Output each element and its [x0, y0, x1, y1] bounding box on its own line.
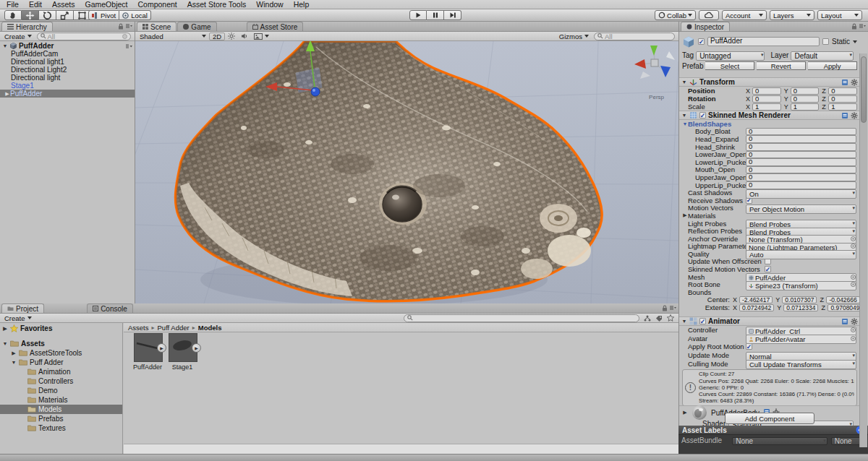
- rotation-y-field[interactable]: 0: [791, 95, 820, 103]
- active-checkbox[interactable]: [698, 38, 705, 45]
- asset-thumbnail-stage1[interactable]: ▶: [169, 333, 197, 362]
- tree-item-assets[interactable]: Assets: [0, 339, 122, 348]
- scene-lighting-toggle[interactable]: [225, 33, 238, 40]
- y-axis-cone[interactable]: [650, 46, 658, 56]
- prefab-apply-button[interactable]: Apply: [808, 61, 857, 70]
- position-z-field[interactable]: 0: [828, 87, 857, 95]
- favorite-search-icon[interactable]: [665, 314, 677, 322]
- search-by-label-icon[interactable]: [653, 315, 665, 322]
- scrollbar-thumb[interactable]: [861, 56, 867, 123]
- blendshape-value-field[interactable]: 0: [746, 128, 856, 136]
- scene-audio-toggle[interactable]: [238, 33, 251, 40]
- gear-icon[interactable]: [851, 112, 858, 119]
- breadcrumb-puff-adder[interactable]: Puff Adder: [158, 324, 190, 332]
- hierarchy-item-scene-root[interactable]: PuffAdder: [0, 42, 135, 50]
- foldout-closed-icon[interactable]: [4, 91, 10, 97]
- foldout-open-icon[interactable]: [681, 113, 687, 118]
- menu-edit[interactable]: Edit: [24, 0, 47, 9]
- tree-item-demo[interactable]: Demo: [0, 386, 122, 395]
- inspector-scrollbar[interactable]: [859, 53, 867, 447]
- panel-menu-icon[interactable]: [670, 306, 676, 311]
- cloud-button[interactable]: [699, 10, 719, 20]
- prefab-select-button[interactable]: Select: [705, 61, 754, 70]
- center-x-field[interactable]: -2.462417: [739, 296, 773, 304]
- pivot-toggle-button[interactable]: Pivot: [88, 10, 119, 20]
- 2d-toggle-button[interactable]: 2D: [209, 33, 225, 40]
- foldout-open-icon[interactable]: [2, 43, 8, 48]
- tree-item-assetstoretools[interactable]: AssetStoreTools: [0, 348, 122, 358]
- tab-scene[interactable]: Scene: [137, 22, 176, 31]
- panel-menu-icon[interactable]: [859, 24, 866, 30]
- z-axis-cone[interactable]: [660, 66, 671, 77]
- scene-menu-icon[interactable]: [126, 43, 132, 49]
- object-picker-icon[interactable]: [851, 236, 856, 241]
- expand-asset-icon[interactable]: ▶: [192, 343, 201, 353]
- layout-dropdown[interactable]: Layout: [817, 10, 862, 20]
- breadcrumb-assets[interactable]: Assets: [128, 324, 149, 332]
- hierarchy-search-input[interactable]: All: [37, 33, 131, 40]
- extents-x-field[interactable]: 0.0724942: [739, 304, 774, 312]
- rotation-x-field[interactable]: 0: [752, 95, 781, 103]
- assetbundle-dropdown[interactable]: None: [732, 437, 827, 445]
- rotation-z-field[interactable]: 0: [828, 95, 857, 103]
- hierarchy-item-puffadder-selected[interactable]: PuffAdder: [0, 90, 135, 98]
- object-picker-icon[interactable]: [851, 275, 856, 280]
- layers-dropdown[interactable]: Layers: [770, 10, 814, 20]
- help-icon[interactable]: [841, 318, 848, 325]
- hierarchy-item-directional-light2[interactable]: Directional Light2: [0, 66, 135, 74]
- menu-window[interactable]: Window: [251, 0, 288, 9]
- apply-root-motion-checkbox[interactable]: [746, 343, 752, 350]
- collab-button[interactable]: Collab: [655, 10, 696, 20]
- tab-asset-store[interactable]: Asset Store: [247, 22, 304, 31]
- tree-item-materials[interactable]: Materials: [0, 395, 122, 405]
- skinned-motion-vectors-checkbox[interactable]: [765, 266, 771, 272]
- tab-inspector[interactable]: Inspector: [681, 22, 730, 31]
- culling-mode-dropdown[interactable]: Cull Update Transforms: [746, 360, 856, 369]
- menu-gameobject[interactable]: GameObject: [80, 0, 133, 9]
- expand-asset-icon[interactable]: ▶: [157, 343, 166, 353]
- menu-component[interactable]: Component: [132, 0, 182, 9]
- static-checkbox[interactable]: [822, 38, 829, 45]
- lock-icon[interactable]: [662, 305, 668, 311]
- gizmos-dropdown[interactable]: Gizmos: [556, 33, 592, 40]
- blendshape-value-field[interactable]: 0: [746, 173, 856, 181]
- tab-hierarchy[interactable]: Hierarchy: [1, 22, 53, 31]
- tree-item-models-selected[interactable]: Models: [0, 405, 122, 414]
- position-y-field[interactable]: 0: [791, 87, 820, 95]
- tab-console[interactable]: Console: [87, 303, 133, 313]
- scale-x-field[interactable]: 1: [752, 103, 781, 111]
- scale-tool-button[interactable]: [56, 10, 74, 20]
- menu-file[interactable]: File: [1, 0, 24, 9]
- asset-thumbnail-puffadder[interactable]: ▶: [134, 333, 163, 362]
- pause-button[interactable]: [427, 10, 444, 20]
- quality-dropdown[interactable]: Auto: [746, 250, 856, 259]
- z-axis-handle[interactable]: [311, 87, 320, 96]
- move-tool-button[interactable]: [22, 10, 39, 20]
- hierarchy-item-stage1[interactable]: Stage1: [0, 82, 135, 90]
- component-enabled-checkbox[interactable]: [699, 318, 706, 324]
- layer-dropdown[interactable]: Default: [791, 51, 854, 61]
- help-icon[interactable]: [841, 79, 848, 86]
- rotate-tool-button[interactable]: [39, 10, 56, 20]
- scale-y-field[interactable]: 1: [791, 103, 820, 111]
- blendshape-value-field[interactable]: 0: [746, 135, 856, 143]
- blendshapes-foldout[interactable]: BlendShapes: [679, 120, 860, 128]
- hierarchy-create-button[interactable]: Create: [1, 33, 35, 40]
- add-component-button[interactable]: Add Component: [725, 413, 814, 424]
- prefab-revert-button[interactable]: Revert: [757, 61, 806, 70]
- x-axis-cone[interactable]: [634, 59, 646, 69]
- menu-help[interactable]: Help: [289, 0, 315, 9]
- cast-shadows-dropdown[interactable]: On: [746, 189, 856, 199]
- foldout-open-icon[interactable]: [681, 79, 687, 85]
- local-toggle-button[interactable]: Local: [119, 10, 151, 20]
- hand-tool-button[interactable]: [4, 10, 22, 20]
- gear-icon[interactable]: [851, 318, 858, 325]
- asset-label-stage1[interactable]: Stage1: [161, 363, 204, 371]
- tree-item-favorites[interactable]: Favorites: [0, 324, 122, 333]
- blendshape-value-field[interactable]: 0: [746, 166, 856, 174]
- scene-search-input[interactable]: All: [594, 33, 675, 40]
- help-icon[interactable]: [841, 112, 848, 119]
- static-dropdown-icon[interactable]: [853, 40, 857, 43]
- project-horizontal-scrollbar[interactable]: [124, 444, 678, 454]
- gizmo-center-cube[interactable]: [651, 59, 658, 66]
